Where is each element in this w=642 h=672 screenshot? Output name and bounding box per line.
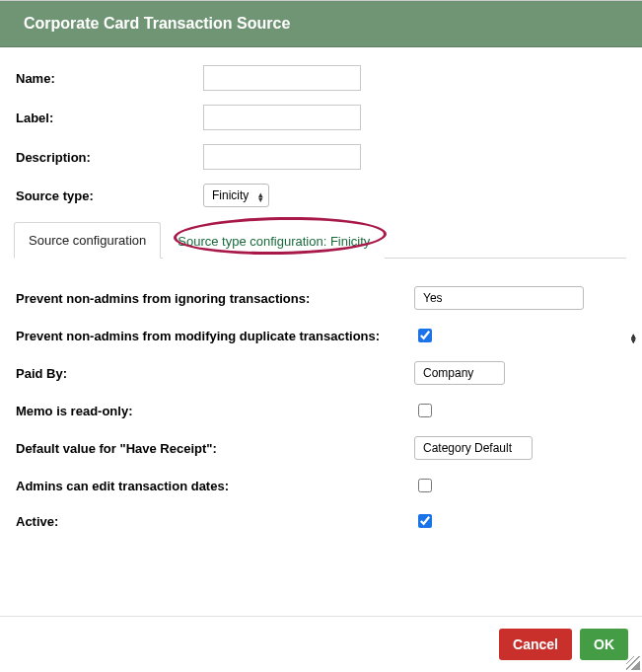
active-checkbox[interactable] — [418, 514, 432, 528]
row-name: Name: — [16, 65, 626, 91]
name-input[interactable] — [203, 65, 361, 91]
row-have-receipt: Default value for "Have Receipt": Catego… — [16, 436, 626, 460]
row-active: Active: — [16, 511, 626, 531]
have-receipt-select[interactable]: Category Default — [414, 436, 533, 460]
prevent-dup-checkbox[interactable] — [418, 329, 432, 342]
prevent-dup-label: Prevent non-admins from modifying duplic… — [16, 329, 414, 343]
chevron-updown-icon: ▴▾ — [631, 332, 636, 341]
admins-edit-dates-label: Admins can edit transaction dates: — [16, 479, 414, 493]
dialog-content: Name: Label: Description: Source type: F… — [0, 47, 642, 616]
tabs-container: Source configuration Source type configu… — [14, 221, 626, 259]
paid-by-label: Paid By: — [16, 366, 414, 381]
row-paid-by: Paid By: Company ▴▾ — [16, 361, 626, 385]
source-type-label: Source type: — [16, 188, 203, 203]
row-admins-edit-dates: Admins can edit transaction dates: — [16, 476, 626, 495]
dialog-title: Corporate Card Transaction Source — [0, 1, 642, 47]
row-label: Label: — [16, 105, 626, 130]
ok-button[interactable]: OK — [580, 629, 628, 660]
memo-readonly-label: Memo is read-only: — [16, 404, 414, 418]
prevent-ignore-select[interactable]: Yes — [414, 286, 584, 310]
dialog-footer: Cancel OK — [0, 616, 642, 672]
prevent-ignore-label: Prevent non-admins from ignoring transac… — [16, 291, 414, 306]
active-label: Active: — [16, 514, 414, 529]
description-label: Description: — [16, 150, 203, 165]
name-label: Name: — [16, 71, 203, 86]
memo-readonly-checkbox[interactable] — [418, 404, 432, 417]
have-receipt-label: Default value for "Have Receipt": — [16, 441, 414, 456]
paid-by-select[interactable]: Company — [414, 361, 505, 385]
cancel-button[interactable]: Cancel — [499, 629, 572, 660]
label-label: Label: — [16, 111, 203, 125]
source-type-select[interactable]: Finicity — [203, 184, 269, 207]
row-prevent-ignore: Prevent non-admins from ignoring transac… — [16, 286, 626, 310]
row-description: Description: — [16, 144, 626, 170]
row-source-type: Source type: Finicity ▴▾ — [16, 184, 626, 207]
chevron-updown-icon: ▴▾ — [631, 332, 636, 341]
dialog-window: Corporate Card Transaction Source Name: … — [0, 0, 642, 672]
description-input[interactable] — [203, 144, 361, 170]
row-prevent-dup: Prevent non-admins from modifying duplic… — [16, 326, 626, 345]
admins-edit-dates-checkbox[interactable] — [418, 479, 432, 492]
row-memo-readonly: Memo is read-only: — [16, 401, 626, 420]
tab-source-configuration[interactable]: Source configuration — [14, 222, 161, 259]
tab-source-type-configuration[interactable]: Source type configuration: Finicity — [163, 223, 385, 259]
chevron-updown-icon: ▴▾ — [631, 332, 636, 341]
label-input[interactable] — [203, 105, 361, 130]
